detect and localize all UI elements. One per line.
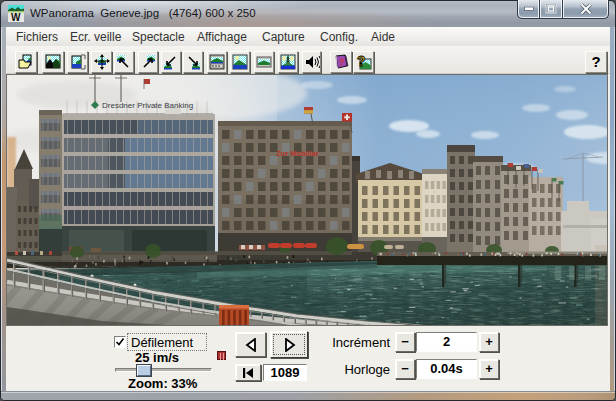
svg-text:Zur Mobiliar: Zur Mobiliar [276,149,319,158]
svg-text:?: ? [339,57,345,67]
svg-text:?: ? [357,54,366,69]
svg-text:W: W [11,12,21,22]
